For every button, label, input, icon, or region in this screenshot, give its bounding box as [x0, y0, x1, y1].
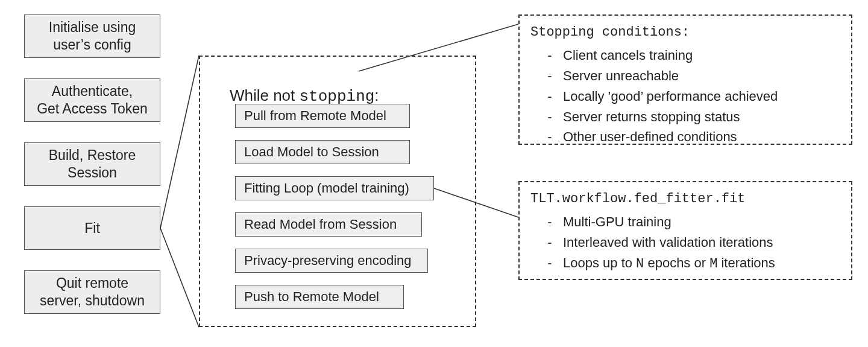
- loop-step-pull: Pull from Remote Model: [235, 104, 410, 128]
- loop-step-load: Load Model to Session: [235, 140, 410, 164]
- fit-detail-note: TLT.workflow.fed_fitter.fit Multi-GPU tr…: [530, 188, 844, 275]
- step-label: Fit: [84, 220, 100, 237]
- step-authenticate: Authenticate,Get Access Token: [24, 78, 160, 122]
- fit-loops-item: Loops up to N epochs or M iterations: [563, 253, 844, 274]
- step-label: Initialise usinguser’s config: [49, 19, 136, 54]
- stopping-conditions-note: Stopping conditions: Client cancels trai…: [530, 22, 844, 148]
- step-quit: Quit remoteserver, shutdown: [24, 270, 160, 314]
- loop-step-fitting: Fitting Loop (model training): [235, 176, 434, 200]
- svg-line-1: [160, 228, 199, 327]
- loop-step-read: Read Model from Session: [235, 212, 422, 237]
- step-build-restore: Build, RestoreSession: [24, 142, 160, 186]
- step-label: Quit remoteserver, shutdown: [40, 275, 145, 310]
- loop-step-push: Push to Remote Model: [235, 285, 404, 309]
- svg-line-0: [160, 56, 199, 228]
- step-initialise: Initialise usinguser’s config: [24, 14, 160, 58]
- step-label: Build, RestoreSession: [49, 147, 136, 182]
- step-label: Authenticate,Get Access Token: [37, 83, 148, 118]
- loop-step-privacy: Privacy-preserving encoding: [235, 249, 428, 273]
- step-fit: Fit: [24, 206, 160, 250]
